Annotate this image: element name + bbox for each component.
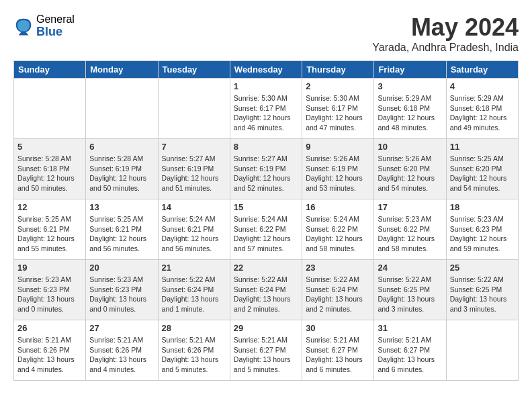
- day-info: Sunrise: 5:22 AM Sunset: 6:24 PM Dayligh…: [306, 275, 370, 314]
- day-number: 6: [89, 142, 154, 152]
- logo-blue: Blue: [36, 26, 75, 39]
- calendar-cell: 25Sunrise: 5:22 AM Sunset: 6:25 PM Dayli…: [446, 260, 518, 320]
- calendar-cell: 9Sunrise: 5:26 AM Sunset: 6:19 PM Daylig…: [302, 139, 374, 199]
- day-info: Sunrise: 5:23 AM Sunset: 6:23 PM Dayligh…: [450, 214, 515, 254]
- day-number: 16: [306, 202, 370, 212]
- calendar-cell: 16Sunrise: 5:24 AM Sunset: 6:22 PM Dayli…: [302, 199, 374, 260]
- calendar-week-5: 26Sunrise: 5:21 AM Sunset: 6:26 PM Dayli…: [14, 320, 519, 381]
- calendar-week-2: 5Sunrise: 5:28 AM Sunset: 6:18 PM Daylig…: [14, 139, 519, 199]
- day-number: 27: [89, 323, 154, 333]
- location: Yarada, Andhra Pradesh, India: [372, 42, 519, 54]
- day-info: Sunrise: 5:21 AM Sunset: 6:26 PM Dayligh…: [17, 335, 82, 375]
- day-info: Sunrise: 5:21 AM Sunset: 6:26 PM Dayligh…: [162, 335, 226, 375]
- calendar-header: Sunday Monday Tuesday Wednesday Thursday…: [14, 61, 519, 79]
- day-info: Sunrise: 5:24 AM Sunset: 6:22 PM Dayligh…: [234, 214, 298, 254]
- calendar-cell: 11Sunrise: 5:25 AM Sunset: 6:20 PM Dayli…: [446, 139, 518, 199]
- calendar-cell: 2Sunrise: 5:30 AM Sunset: 6:17 PM Daylig…: [302, 79, 374, 139]
- day-info: Sunrise: 5:21 AM Sunset: 6:27 PM Dayligh…: [306, 335, 370, 375]
- day-number: 15: [234, 202, 298, 212]
- calendar-table: Sunday Monday Tuesday Wednesday Thursday…: [13, 60, 519, 381]
- calendar-cell: 8Sunrise: 5:27 AM Sunset: 6:19 PM Daylig…: [230, 139, 302, 199]
- day-info: Sunrise: 5:27 AM Sunset: 6:19 PM Dayligh…: [234, 154, 298, 193]
- day-info: Sunrise: 5:29 AM Sunset: 6:18 PM Dayligh…: [450, 93, 515, 133]
- day-number: 26: [17, 323, 82, 333]
- day-number: 8: [234, 142, 298, 152]
- calendar-cell: 27Sunrise: 5:21 AM Sunset: 6:26 PM Dayli…: [86, 320, 158, 381]
- calendar-cell: 19Sunrise: 5:23 AM Sunset: 6:23 PM Dayli…: [14, 260, 86, 320]
- day-number: 2: [306, 81, 370, 91]
- day-number: 3: [378, 81, 442, 91]
- day-info: Sunrise: 5:21 AM Sunset: 6:27 PM Dayligh…: [234, 335, 298, 375]
- calendar-cell: 15Sunrise: 5:24 AM Sunset: 6:22 PM Dayli…: [230, 199, 302, 260]
- header-saturday: Saturday: [446, 61, 518, 79]
- header-thursday: Thursday: [302, 61, 374, 79]
- day-info: Sunrise: 5:29 AM Sunset: 6:18 PM Dayligh…: [378, 93, 442, 133]
- calendar-cell: 12Sunrise: 5:25 AM Sunset: 6:21 PM Dayli…: [14, 199, 86, 260]
- day-number: 31: [378, 323, 442, 333]
- calendar-cell: 24Sunrise: 5:22 AM Sunset: 6:25 PM Dayli…: [374, 260, 446, 320]
- day-number: 23: [306, 263, 370, 273]
- day-info: Sunrise: 5:24 AM Sunset: 6:22 PM Dayligh…: [306, 214, 370, 254]
- day-info: Sunrise: 5:26 AM Sunset: 6:19 PM Dayligh…: [306, 154, 370, 193]
- day-info: Sunrise: 5:22 AM Sunset: 6:24 PM Dayligh…: [234, 275, 298, 314]
- day-info: Sunrise: 5:23 AM Sunset: 6:22 PM Dayligh…: [378, 214, 442, 254]
- calendar-cell: [86, 79, 158, 139]
- day-info: Sunrise: 5:22 AM Sunset: 6:25 PM Dayligh…: [378, 275, 442, 314]
- day-info: Sunrise: 5:30 AM Sunset: 6:17 PM Dayligh…: [234, 93, 298, 133]
- day-info: Sunrise: 5:23 AM Sunset: 6:23 PM Dayligh…: [17, 275, 82, 314]
- calendar-cell: [14, 79, 86, 139]
- header-friday: Friday: [374, 61, 446, 79]
- day-info: Sunrise: 5:24 AM Sunset: 6:21 PM Dayligh…: [162, 214, 226, 254]
- calendar-cell: 4Sunrise: 5:29 AM Sunset: 6:18 PM Daylig…: [446, 79, 518, 139]
- day-number: 30: [306, 323, 370, 333]
- calendar-cell: 5Sunrise: 5:28 AM Sunset: 6:18 PM Daylig…: [14, 139, 86, 199]
- calendar-cell: 14Sunrise: 5:24 AM Sunset: 6:21 PM Dayli…: [158, 199, 230, 260]
- logo: GeneralBlue: [13, 13, 75, 38]
- day-number: 29: [234, 323, 298, 333]
- header-sunday: Sunday: [14, 61, 86, 79]
- day-number: 18: [450, 202, 515, 212]
- calendar-cell: 10Sunrise: 5:26 AM Sunset: 6:20 PM Dayli…: [374, 139, 446, 199]
- day-info: Sunrise: 5:25 AM Sunset: 6:20 PM Dayligh…: [450, 154, 515, 193]
- calendar-cell: 29Sunrise: 5:21 AM Sunset: 6:27 PM Dayli…: [230, 320, 302, 381]
- day-info: Sunrise: 5:27 AM Sunset: 6:19 PM Dayligh…: [162, 154, 226, 193]
- calendar-week-3: 12Sunrise: 5:25 AM Sunset: 6:21 PM Dayli…: [14, 199, 519, 260]
- day-info: Sunrise: 5:25 AM Sunset: 6:21 PM Dayligh…: [17, 214, 82, 254]
- day-number: 22: [234, 263, 298, 273]
- calendar-cell: 28Sunrise: 5:21 AM Sunset: 6:26 PM Dayli…: [158, 320, 230, 381]
- calendar-cell: 26Sunrise: 5:21 AM Sunset: 6:26 PM Dayli…: [14, 320, 86, 381]
- day-info: Sunrise: 5:28 AM Sunset: 6:19 PM Dayligh…: [89, 154, 154, 193]
- logo-text: GeneralBlue: [36, 13, 75, 38]
- page-header: GeneralBlue May 2024 Yarada, Andhra Prad…: [13, 13, 519, 54]
- header-monday: Monday: [86, 61, 158, 79]
- month-title: May 2024: [372, 13, 519, 42]
- calendar-cell: 13Sunrise: 5:25 AM Sunset: 6:21 PM Dayli…: [86, 199, 158, 260]
- header-tuesday: Tuesday: [158, 61, 230, 79]
- header-wednesday: Wednesday: [230, 61, 302, 79]
- calendar-week-4: 19Sunrise: 5:23 AM Sunset: 6:23 PM Dayli…: [14, 260, 519, 320]
- calendar-cell: 1Sunrise: 5:30 AM Sunset: 6:17 PM Daylig…: [230, 79, 302, 139]
- day-number: 20: [89, 263, 154, 273]
- day-info: Sunrise: 5:21 AM Sunset: 6:27 PM Dayligh…: [378, 335, 442, 375]
- day-number: 21: [162, 263, 226, 273]
- calendar-cell: [446, 320, 518, 381]
- day-info: Sunrise: 5:22 AM Sunset: 6:24 PM Dayligh…: [162, 275, 226, 314]
- calendar-cell: 18Sunrise: 5:23 AM Sunset: 6:23 PM Dayli…: [446, 199, 518, 260]
- day-number: 1: [234, 81, 298, 91]
- calendar-cell: 21Sunrise: 5:22 AM Sunset: 6:24 PM Dayli…: [158, 260, 230, 320]
- day-number: 28: [162, 323, 226, 333]
- day-number: 5: [17, 142, 82, 152]
- day-number: 11: [450, 142, 515, 152]
- calendar-cell: 17Sunrise: 5:23 AM Sunset: 6:22 PM Dayli…: [374, 199, 446, 260]
- title-area: May 2024 Yarada, Andhra Pradesh, India: [372, 13, 519, 54]
- day-number: 25: [450, 263, 515, 273]
- day-info: Sunrise: 5:28 AM Sunset: 6:18 PM Dayligh…: [17, 154, 82, 193]
- calendar-week-1: 1Sunrise: 5:30 AM Sunset: 6:17 PM Daylig…: [14, 79, 519, 139]
- day-info: Sunrise: 5:26 AM Sunset: 6:20 PM Dayligh…: [378, 154, 442, 193]
- day-number: 13: [89, 202, 154, 212]
- calendar-cell: 3Sunrise: 5:29 AM Sunset: 6:18 PM Daylig…: [374, 79, 446, 139]
- calendar-cell: 22Sunrise: 5:22 AM Sunset: 6:24 PM Dayli…: [230, 260, 302, 320]
- day-info: Sunrise: 5:22 AM Sunset: 6:25 PM Dayligh…: [450, 275, 515, 314]
- day-number: 12: [17, 202, 82, 212]
- calendar-body: 1Sunrise: 5:30 AM Sunset: 6:17 PM Daylig…: [14, 79, 519, 381]
